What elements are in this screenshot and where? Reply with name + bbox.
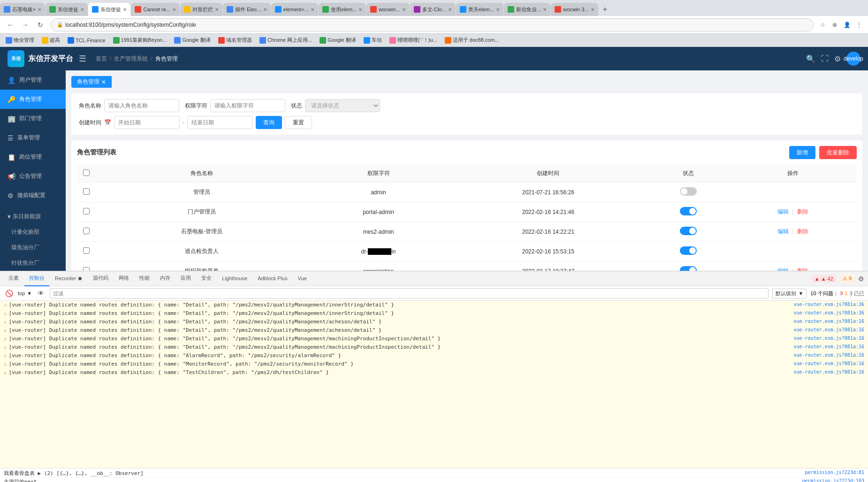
devtools-tab-performance[interactable]: 性能 [135,271,154,286]
tab-close-t11[interactable]: ✕ [496,7,500,12]
console-clear-button[interactable]: 🚫 [4,288,14,298]
bookmark-chexin[interactable]: 车信 [362,36,384,45]
reload-button[interactable]: ↻ [34,18,47,31]
console-line[interactable]: ⚠[vue-router] Duplicate named routes def… [0,368,868,377]
forward-button[interactable]: → [19,18,32,31]
tab-close-t9[interactable]: ✕ [402,7,406,12]
row5-edit-link[interactable]: 编辑 [777,268,789,271]
console-line[interactable]: ⚠[vue-router] Duplicate named routes def… [0,343,868,352]
breadcrumb-home[interactable]: 首页 [96,55,107,63]
tab-close-t6[interactable]: ✕ [263,7,267,12]
sidebar-item-menu-mgmt[interactable]: ☰ 菜单管理 [0,128,66,147]
sidebar-item-micro-config[interactable]: ⚙ 微前端配置 [0,186,66,205]
reset-button[interactable]: 重置 [285,116,312,129]
devtools-tab-memory[interactable]: 内存 [155,271,175,286]
row2-toggle[interactable] [680,207,697,215]
settings-icon[interactable]: ⚙ [834,54,841,63]
bookmark-star-icon[interactable]: ☆ [817,20,828,30]
tab-t9[interactable]: wocwin... ✕ [366,3,409,16]
sidebar-sub-jiliang[interactable]: 计量化验部 [0,224,66,240]
row2-checkbox[interactable] [83,208,90,214]
tab-close-t4[interactable]: ✕ [172,7,176,12]
tab-t4[interactable]: Cannot re... ✕ [131,3,179,16]
bookmark-wuye[interactable]: 物业管理 [4,36,36,45]
permission-input[interactable] [210,99,285,112]
bookmark-chrome-apps[interactable]: Chrome 网上应用... [258,36,314,45]
row5-toggle[interactable] [680,266,697,271]
row3-toggle[interactable] [680,227,697,235]
sidebar-group-dongri-header[interactable]: ▶ 东日新能源 [0,209,66,224]
sidebar-item-user-mgmt[interactable]: 👤 用户管理 [0,70,66,90]
tab-t11[interactable]: 类关elem... ✕ [456,3,503,16]
select-all-checkbox[interactable] [83,169,90,176]
profile-icon[interactable]: 👤 [842,20,852,30]
bookmark-bilibili[interactable]: 哩哩哩哩('·'！)u... [388,36,439,45]
row4-checkbox[interactable] [83,247,90,254]
search-icon[interactable]: 🔍 [806,54,815,63]
tab-t2[interactable]: 东信使徒 ✕ [46,3,88,16]
console-line[interactable]: ⚠[vue-router] Duplicate named routes def… [0,309,868,318]
bookmark-google-translate2[interactable]: Google 翻译 [318,36,358,45]
row5-delete-link[interactable]: 删除 [797,268,808,271]
console-line[interactable]: ⚠[vue-router] Duplicate named routes def… [0,326,868,335]
bookmark-domain-mgmt[interactable]: 域名管理器 [216,36,254,45]
tab-close-t12[interactable]: ✕ [543,7,547,12]
console-line[interactable]: ⚠[vue-router] Duplicate named routes def… [0,335,868,343]
tab-t6[interactable]: 插件 Elec... ✕ [223,3,271,16]
bookmark-doc88[interactable]: 适用于 doc88.com... [443,36,501,45]
tab-t12[interactable]: 新信鱼业... ✕ [504,3,550,16]
tab-close-t3[interactable]: ✕ [123,7,127,12]
fullscreen-icon[interactable]: ⛶ [821,54,829,63]
sidebar-item-role-mgmt[interactable]: 🔑 角色管理 [0,90,66,109]
row5-checkbox[interactable] [83,267,90,271]
devtools-settings-icon[interactable]: ⚙ [858,275,864,283]
row4-toggle[interactable] [680,246,697,255]
console-eye-button[interactable]: 👁 [36,288,46,298]
role-name-input[interactable] [104,99,179,112]
breadcrumb-parent[interactable]: 生产管理系统 [114,55,148,63]
devtools-tab-console[interactable]: 控制台 [24,271,49,286]
row3-delete-link[interactable]: 删除 [797,228,808,235]
console-plain-line-1[interactable]: 我看看骨盘表 ▶ (2) [{…}, {…}, __ob__: Observer… [4,469,864,478]
extension-puzzle-icon[interactable]: ⊕ [830,20,840,30]
header-menu-button[interactable]: ☰ [79,54,86,64]
console-filter-input[interactable] [50,288,769,298]
console-line[interactable]: ⚠[vue-router] Duplicate named routes def… [0,352,868,360]
tab-t1[interactable]: 石墨电板× ✕ [0,3,45,16]
tab-t13[interactable]: wocwin 3... ✕ [551,3,598,16]
new-button[interactable]: 新增 [789,146,815,159]
console-plain-line-2[interactable]: 主项目的next permission.js?223d:103 [4,478,864,482]
row3-checkbox[interactable] [83,228,90,234]
tab-t8[interactable]: 使用elem... ✕ [319,3,366,16]
tab-close-t5[interactable]: ✕ [215,7,219,12]
bookmark-tcl[interactable]: TCL-Finance [66,36,107,45]
sidebar-item-notice-mgmt[interactable]: 📢 公告管理 [0,167,66,186]
devtools-tab-application[interactable]: 应用 [176,271,196,286]
tab-close-t7[interactable]: ✕ [311,7,314,12]
row3-edit-link[interactable]: 编辑 [777,228,789,235]
tab-t5[interactable]: 对形拦拦 ✕ [180,3,222,16]
devtools-tab-lighthouse[interactable]: Lighthouse [217,271,252,286]
devtools-tab-security[interactable]: 安全 [197,271,216,286]
devtools-tab-adblock[interactable]: Adblock Plus [253,271,292,286]
row1-toggle[interactable] [680,187,697,196]
page-tag-close[interactable]: ✕ [101,79,106,85]
devtools-tab-vue[interactable]: Vue [293,271,312,286]
sidebar-sub-zhenzhuang[interactable]: 针状焦分厂 [0,255,66,271]
row2-edit-link[interactable]: 编辑 [777,208,789,215]
status-select[interactable]: 请选择状态 [305,99,380,112]
end-date-input[interactable] [187,116,253,129]
avatar[interactable]: develop [846,52,860,66]
batch-delete-button[interactable]: 批量删除 [819,146,857,159]
bookmark-1991[interactable]: 1991靠家购Beyon... [111,36,169,45]
row2-delete-link[interactable]: 删除 [797,208,808,215]
back-button[interactable]: ← [4,18,17,31]
row1-checkbox[interactable] [83,188,90,195]
tab-t7[interactable]: element+... ✕ [271,3,319,16]
console-top-select[interactable]: top ▼ [18,291,32,296]
start-date-input[interactable] [114,116,180,129]
new-tab-button[interactable]: + [599,3,612,16]
url-input[interactable]: 🔒 localhost:8100/pms/systemConfig/system… [51,18,814,31]
tab-close-t8[interactable]: ✕ [358,7,362,12]
console-line[interactable]: ⚠[vue-router] Duplicate named routes def… [0,318,868,326]
